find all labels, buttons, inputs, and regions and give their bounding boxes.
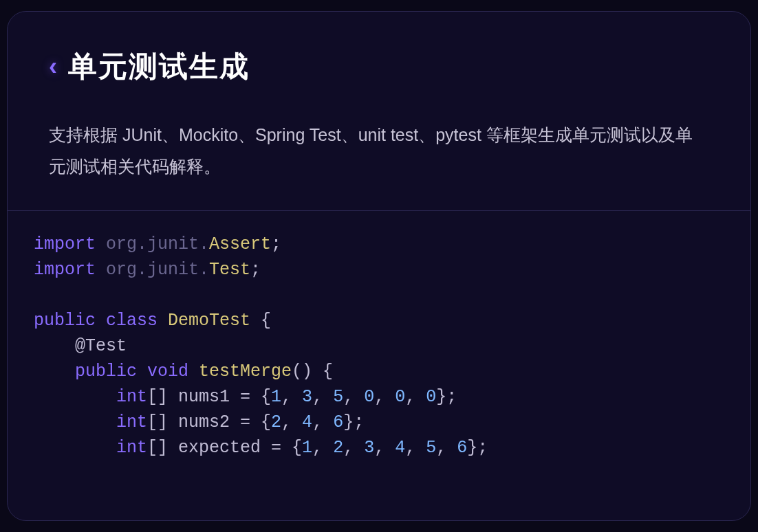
code-token (34, 387, 116, 407)
code-block: import org.junit.Assert;import org.junit… (8, 211, 750, 521)
code-token: 0 (395, 387, 405, 407)
code-token (34, 336, 75, 356)
code-token: 0 (364, 387, 374, 407)
code-token: 3 (364, 438, 374, 458)
code-line: import org.junit.Assert; (34, 232, 724, 257)
code-token: , (374, 387, 395, 407)
code-token: DemoTest (168, 311, 250, 331)
code-token: , (343, 387, 364, 407)
code-token: org.junit. (106, 260, 209, 280)
code-token: , (312, 412, 333, 432)
code-token: , (281, 387, 302, 407)
code-token: }; (467, 438, 488, 458)
code-token: , (405, 438, 426, 458)
code-token: public void (75, 362, 199, 381)
code-token: 1 (271, 387, 281, 407)
code-token: @Test (75, 336, 127, 356)
feature-card: ‹ 单元测试生成 支持根据 JUnit、Mockito、Spring Test、… (7, 11, 751, 521)
code-token: 6 (457, 438, 467, 458)
code-line: public class DemoTest { (34, 308, 724, 333)
code-token: }; (436, 387, 457, 407)
code-token: ; (250, 260, 261, 280)
code-line: public void testMerge() { (34, 359, 724, 384)
code-token: 2 (271, 412, 281, 432)
code-token: 3 (302, 387, 312, 407)
code-token: { (250, 311, 271, 331)
card-description: 支持根据 JUnit、Mockito、Spring Test、unit test… (49, 119, 709, 183)
code-line: int[] nums1 = {1, 3, 5, 0, 0, 0}; (34, 384, 724, 410)
code-token: 6 (333, 412, 343, 432)
code-token: , (281, 412, 302, 432)
code-token: ; (271, 234, 281, 254)
code-token: public class (34, 311, 168, 331)
code-token: Test (209, 260, 250, 280)
code-token: [] expected = { (147, 438, 302, 458)
code-token: , (405, 387, 426, 407)
code-token: }; (343, 412, 364, 432)
code-token: 0 (426, 387, 436, 407)
code-token: Assert (209, 234, 271, 254)
code-token: 1 (302, 438, 312, 458)
code-line (34, 282, 724, 308)
code-token (34, 362, 75, 381)
code-token: int (116, 412, 147, 432)
code-token: , (312, 387, 333, 407)
code-line: int[] expected = {1, 2, 3, 4, 5, 6}; (34, 435, 724, 461)
code-token: import (34, 234, 106, 254)
code-token: import (34, 260, 106, 280)
code-token: [] nums1 = { (147, 387, 271, 407)
code-token: 2 (333, 438, 343, 458)
code-token: 5 (426, 438, 436, 458)
card-title: 单元测试生成 (68, 47, 250, 86)
card-header: ‹ 单元测试生成 支持根据 JUnit、Mockito、Spring Test、… (8, 12, 750, 210)
code-token (34, 412, 116, 432)
code-token: , (343, 438, 364, 458)
code-token: 4 (302, 412, 312, 432)
code-token: , (374, 438, 395, 458)
code-line: import org.junit.Test; (34, 257, 724, 282)
chevron-left-icon: ‹ (49, 54, 57, 79)
code-token: testMerge (199, 362, 292, 381)
code-token: int (116, 387, 147, 407)
code-token: () { (292, 362, 333, 381)
code-token: 4 (395, 438, 405, 458)
code-token: int (116, 438, 147, 458)
code-token: , (312, 438, 333, 458)
title-row: ‹ 单元测试生成 (49, 47, 709, 86)
code-token (34, 438, 116, 458)
code-line: @Test (34, 333, 724, 359)
code-token: , (436, 438, 457, 458)
code-token: 5 (333, 387, 343, 407)
code-token: [] nums2 = { (147, 412, 271, 432)
code-line: int[] nums2 = {2, 4, 6}; (34, 410, 724, 435)
code-token: org.junit. (106, 234, 209, 254)
